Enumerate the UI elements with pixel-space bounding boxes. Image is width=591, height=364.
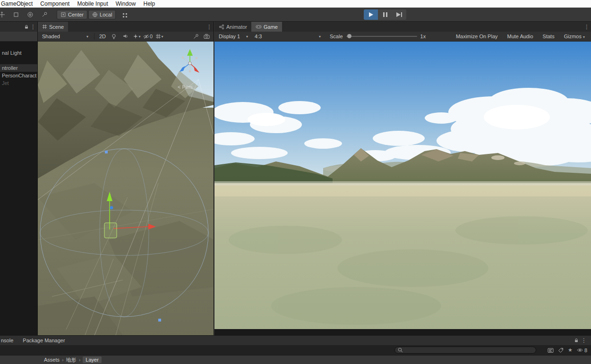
hierarchy-tab-bar: ⋮ (0, 22, 37, 32)
hierarchy-panel: ⋮ nal Light ntroller PersonCharact Jet (0, 22, 38, 335)
game-render (214, 42, 591, 329)
tab-animator[interactable]: Animator (214, 22, 251, 32)
gizmos-dropdown[interactable]: Gizmos ▾ (563, 34, 586, 39)
more-options-icon[interactable]: ⋮ (206, 24, 213, 30)
favorites-star-icon[interactable]: ★ (568, 347, 573, 353)
scene-camera-icon[interactable] (202, 32, 212, 41)
more-options-icon[interactable]: ⋮ (30, 24, 36, 30)
step-button[interactable] (392, 9, 406, 20)
lock-icon[interactable] (24, 25, 29, 29)
more-options-icon[interactable]: ⋮ (583, 24, 590, 30)
gizmos-label: Gizmos (564, 34, 582, 39)
breadcrumb: Assets › 地形 › Layer (0, 355, 591, 364)
game-tab-icon (256, 24, 262, 29)
scale-control: Scale 1x (330, 34, 426, 39)
tab-game[interactable]: Game (251, 22, 282, 32)
project-search-field[interactable] (394, 347, 536, 354)
tab-package-manager[interactable]: Package Manager (18, 336, 69, 346)
more-options-icon[interactable]: ⋮ (581, 337, 587, 344)
mute-audio-button[interactable]: Mute Audio (506, 34, 535, 39)
game-toolbar: Display 1 ▾ 4:3 ▾ Scale 1x Maximize On P… (214, 32, 591, 42)
hierarchy-item-person-character[interactable]: PersonCharact (0, 72, 37, 79)
scene-viewport[interactable]: < Pers (38, 42, 214, 335)
game-tab-bar: Animator Game ⋮ (214, 22, 591, 32)
aspect-ratio-label: 4:3 (255, 34, 262, 39)
scale-value: 1x (420, 34, 426, 39)
menu-window[interactable]: Window (112, 0, 140, 8)
tab-console[interactable]: nsole (0, 336, 18, 346)
orientation-local-button[interactable]: Local (88, 10, 116, 19)
display-dropdown[interactable]: Display 1 ▾ (216, 33, 250, 41)
toolbar-separator (94, 33, 94, 40)
chevron-right-icon: › (62, 357, 64, 363)
grid-snap-icon[interactable] (119, 10, 130, 20)
hierarchy-item-controller[interactable]: ntroller (0, 64, 37, 72)
rect-tool-icon[interactable] (10, 9, 22, 20)
play-button[interactable] (364, 9, 378, 20)
custom-tool-icon[interactable] (39, 9, 50, 20)
stats-button[interactable]: Stats (541, 34, 556, 39)
hidden-objects-count: 0 (150, 34, 153, 39)
scale-slider[interactable] (346, 36, 417, 37)
hierarchy-item-directional-light[interactable]: nal Light (0, 49, 37, 57)
animator-tab-label: Animator (226, 24, 247, 30)
pivot-center-label: Center (68, 12, 84, 17)
maximize-on-play-button[interactable]: Maximize On Play (454, 34, 499, 39)
aspect-ratio-dropdown[interactable]: 4:3 ▾ (252, 33, 323, 41)
breadcrumb-terrain[interactable]: 地形 (66, 356, 77, 364)
scene-visibility-icon[interactable]: 0 (143, 32, 153, 41)
move-tool-icon[interactable] (0, 9, 8, 20)
scene-tab-bar: Scene ⋮ (38, 22, 214, 32)
chevron-down-icon: ▾ (86, 34, 88, 39)
breadcrumb-assets[interactable]: Assets (44, 357, 60, 363)
animator-tab-icon (219, 24, 224, 30)
scale-slider-thumb[interactable] (347, 34, 351, 38)
filter-by-type-icon[interactable] (548, 347, 554, 353)
pivot-center-button[interactable]: Center (57, 10, 87, 19)
scene-lighting-icon[interactable] (109, 32, 119, 41)
hierarchy-toolbar (0, 32, 37, 42)
bottom-tab-bar-right: ⋮ (574, 337, 591, 344)
scene-tools-icon[interactable] (191, 32, 200, 41)
shading-mode-dropdown[interactable]: Shaded ▾ (40, 33, 91, 41)
perspective-label[interactable]: < Pers (178, 84, 193, 90)
hidden-packages-count: 8 (584, 347, 587, 353)
project-toolbar: ★ 8 (0, 345, 591, 355)
transform-tool-icon[interactable] (25, 9, 36, 20)
menu-component[interactable]: Component (36, 0, 73, 8)
scene-audio-icon[interactable] (120, 32, 130, 41)
game-tab-label: Game (264, 24, 278, 30)
tab-scene[interactable]: Scene (38, 22, 68, 32)
menu-help[interactable]: Help (139, 0, 159, 8)
scene-grid-icon[interactable]: ▾ (154, 32, 164, 41)
play-icon (369, 12, 373, 17)
unity-editor-window: GameObject Component Mobile Input Window… (0, 0, 591, 364)
menu-mobile-input[interactable]: Mobile Input (73, 0, 111, 8)
hidden-packages-toggle[interactable]: 8 (577, 347, 587, 353)
pivot-orientation-group: Center Local (57, 10, 116, 19)
game-viewport[interactable] (214, 42, 591, 335)
search-input[interactable] (405, 347, 533, 353)
label-tag-icon[interactable] (558, 347, 564, 353)
scene-toolbar: Shaded ▾ 2D ▾ 0 ▾ (38, 32, 214, 42)
menu-gameobject[interactable]: GameObject (0, 0, 36, 8)
eye-icon (577, 347, 583, 353)
shading-mode-label: Shaded (42, 34, 60, 39)
step-icon (396, 12, 402, 17)
chevron-down-icon: ▾ (139, 34, 141, 39)
game-panel: Animator Game ⋮ Display 1 ▾ 4:3 ▾ Scale (214, 22, 591, 335)
breadcrumb-layer[interactable]: Layer (83, 356, 102, 363)
lock-icon[interactable] (574, 338, 579, 343)
chevron-down-icon: ▾ (319, 34, 321, 39)
scene-tab-label: Scene (49, 24, 64, 30)
pause-button[interactable] (378, 9, 392, 20)
scale-label: Scale (330, 34, 343, 39)
playmode-controls (364, 9, 406, 20)
hierarchy-item-jet[interactable]: Jet (0, 79, 37, 87)
toggle-2d-button[interactable]: 2D (98, 34, 107, 39)
transform-tools-group (0, 9, 50, 20)
game-toolbar-right: Maximize On Play Mute Audio Stats Gizmos… (454, 34, 589, 39)
chevron-down-icon: ▾ (246, 34, 248, 39)
search-icon (398, 347, 403, 353)
scene-effects-icon[interactable]: ▾ (132, 32, 141, 41)
